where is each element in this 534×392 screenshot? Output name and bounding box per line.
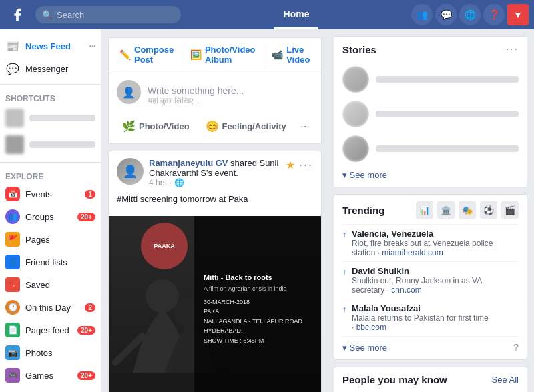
story-avatar-3 [342, 135, 369, 162]
account-dropdown-icon[interactable]: ▼ [507, 4, 529, 25]
post-more-icon[interactable]: ··· [299, 158, 313, 172]
trending-content-1: Valencia, Venezuela Riot, fire breaks ou… [352, 229, 519, 257]
post-globe-icon: 🌐 [174, 178, 184, 187]
post-meta: Ramanjaneyulu GV shared Sunil Chakravart… [149, 158, 280, 187]
post-image-container: Mitti - Back to roots A film on Agrarian… [109, 216, 321, 392]
see-more-stories[interactable]: ▾ See more [342, 166, 519, 180]
sidebar-item-games[interactable]: 🎮 Games 20+ [0, 364, 101, 387]
sidebar-item-pages-feed[interactable]: 📄 Pages feed 20+ [0, 319, 101, 341]
sidebar-item-groups[interactable]: 👥 Groups 20+ [0, 205, 101, 228]
movie-detail2: PAKA [204, 307, 302, 316]
trending-item-3[interactable]: ↑ Malala Yousafzai Malala returns to Pak… [342, 299, 519, 336]
people-know-card: People you may know See All + Add Friend… [334, 367, 527, 392]
post-header: 👤 Ramanjaneyulu GV shared Sunil Chakrava… [109, 151, 321, 191]
story-avatar-blur-1 [342, 66, 369, 93]
sidebar-item-messenger[interactable]: 💬 Messenger [0, 57, 101, 80]
sidebar-shortcut-2[interactable] [0, 131, 101, 158]
photos-icon: 📷 [5, 345, 20, 360]
post-time-value: 4 hrs [149, 178, 167, 187]
compose-tabs: ✏️ Compose Post 🖼️ Photo/Video Album 📹 L… [109, 38, 321, 73]
see-more-trending: ▾ See more ? [342, 336, 519, 353]
feeling-activity-label: Feeling/Activity [222, 121, 286, 131]
trending-desc-3: Malala returns to Pakistan for first tim… [352, 313, 519, 332]
sidebar-item-on-this-day[interactable]: 🕐 On this Day 2 [0, 296, 101, 319]
photo-video-btn[interactable]: 🌿 Photo/Video [115, 116, 196, 137]
globe-nav-icon[interactable]: 🌐 [459, 4, 481, 25]
movie-detail4: HYDERABAD. [204, 326, 302, 335]
shortcut-avatar-1 [5, 109, 24, 127]
see-more-trending-link[interactable]: ▾ See more [342, 343, 387, 353]
trending-content-3: Malala Yousafzai Malala returns to Pakis… [352, 303, 519, 332]
sidebar-item-suggest-edits[interactable]: 📍 Suggest Edits [0, 387, 101, 392]
compose-tab-post[interactable]: ✏️ Compose Post [111, 38, 182, 73]
sidebar-item-saved[interactable]: 🔖 Saved [0, 273, 101, 296]
newsfeed-options-icon[interactable]: ··· [89, 42, 95, 50]
sidebar-divider-shortcuts [0, 84, 101, 85]
story-avatar-blur-3 [342, 135, 369, 162]
search-icon: 🔍 [42, 10, 53, 20]
sidebar-shortcut-1[interactable] [0, 105, 101, 131]
compose-placeholder-text[interactable]: Write something here... यहां कुछ लिखिए..… [148, 80, 313, 105]
post-star-icon[interactable]: ★ [286, 159, 295, 171]
photo-video-label: Photo/Video [139, 121, 190, 131]
trending-filter-4[interactable]: ⚽ [480, 201, 497, 219]
shortcuts-title: Shortcuts [0, 89, 101, 105]
people-know-see-all[interactable]: See All [492, 375, 519, 385]
post-author-avatar: 👤 [117, 158, 144, 185]
search-input[interactable] [57, 10, 174, 20]
sidebar-item-friend-lists[interactable]: 👤 Friend lists [0, 251, 101, 273]
pages-feed-icon: 📄 [5, 323, 20, 337]
feeling-activity-btn[interactable]: 😊 Feeling/Activity [199, 116, 293, 137]
story-item-1[interactable] [342, 62, 519, 97]
stories-title: Stories [342, 44, 376, 55]
trending-desc-1: Riot, fire breaks out at Venezuela polic… [352, 239, 519, 257]
post-text: #Mitti screening tomorrow at Paka [117, 194, 313, 204]
trending-title: Trending [342, 205, 384, 216]
stories-card: Stories ··· ▾ [334, 36, 527, 187]
trending-filter-1[interactable]: 📊 [416, 201, 433, 219]
messenger-nav-icon[interactable]: 💬 [435, 4, 457, 25]
stories-more-icon[interactable]: ··· [506, 43, 519, 55]
trending-item-1[interactable]: ↑ Valencia, Venezuela Riot, fire breaks … [342, 224, 519, 261]
compose-more-btn[interactable]: ··· [296, 117, 314, 136]
help-nav-icon[interactable]: ❓ [483, 4, 505, 25]
story-name-blur-1 [376, 76, 519, 83]
story-item-3[interactable] [342, 131, 519, 166]
home-nav-link[interactable]: Home [274, 0, 319, 29]
trending-filter-5[interactable]: 🎬 [501, 201, 519, 219]
compose-tab-post-label: Compose Post [134, 45, 174, 65]
story-avatar-1 [342, 66, 369, 93]
trending-filter-3[interactable]: 🎭 [459, 201, 476, 219]
topnav-left: 🔍 [5, 3, 182, 27]
on-this-day-icon: 🕐 [5, 300, 20, 315]
compose-input-area: 👤 Write something here... यहां कुछ लिखिए… [109, 73, 321, 112]
friends-nav-icon[interactable]: 👥 [411, 4, 433, 25]
sidebar-item-pages[interactable]: 🚩 Pages [0, 228, 101, 251]
facebook-logo[interactable] [5, 3, 29, 27]
sidebar-item-events[interactable]: 📅 Events 1 [0, 183, 101, 205]
trending-item-2[interactable]: ↑ David Shulkin Shulkin out, Ronny Jacks… [342, 261, 519, 299]
trending-name-3: Malala Yousafzai [352, 303, 519, 313]
post-author-name[interactable]: Ramanjaneyulu GV [149, 158, 228, 168]
compose-tab-live[interactable]: 📹 Live Video [264, 38, 318, 73]
story-item-2[interactable] [342, 97, 519, 131]
compose-tab-photo[interactable]: 🖼️ Photo/Video Album [182, 38, 264, 73]
movie-detail1: 30-MARCH-2018 [204, 297, 302, 307]
trending-question-icon[interactable]: ? [513, 342, 519, 353]
movie-detail3: NALLAGANDLA - TELLAPUR ROAD [204, 317, 302, 326]
sidebar-item-newsfeed[interactable]: 📰 News Feed ··· [0, 35, 101, 57]
pages-icon: 🚩 [5, 232, 20, 247]
photos-label: Photos [25, 348, 95, 358]
compose-placeholder-en: Write something here... [148, 85, 313, 96]
messenger-icon: 💬 [5, 61, 20, 76]
sidebar-item-photos[interactable]: 📷 Photos [0, 341, 101, 364]
feeling-btn-icon: 😊 [206, 120, 219, 133]
trending-card: Trending 📊 🏛️ 🎭 ⚽ 🎬 ↑ Valencia, Venezuel… [334, 194, 527, 360]
trending-filter-2[interactable]: 🏛️ [437, 201, 455, 219]
events-badge: 1 [85, 190, 95, 199]
overlay-text: PAAKA [154, 243, 174, 250]
post-privacy-icon: · [170, 178, 172, 187]
search-box[interactable]: 🔍 [35, 5, 182, 24]
people-know-header: People you may know See All [342, 374, 519, 385]
compose-pencil-icon: ✏️ [119, 49, 131, 60]
